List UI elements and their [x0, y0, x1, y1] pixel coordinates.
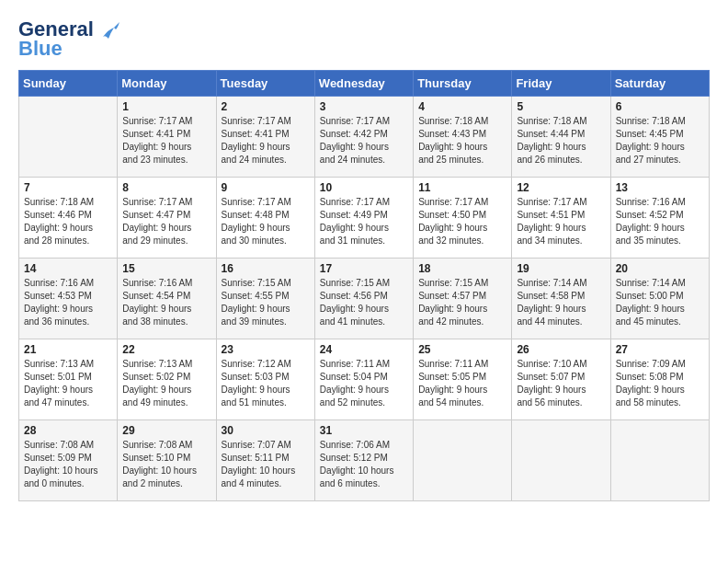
logo: General Blue: [18, 18, 121, 59]
day-info: Sunrise: 7:17 AM Sunset: 4:51 PM Dayligh…: [517, 196, 605, 247]
day-cell: 19Sunrise: 7:14 AM Sunset: 4:58 PM Dayli…: [512, 259, 610, 339]
day-cell: 12Sunrise: 7:17 AM Sunset: 4:51 PM Dayli…: [512, 178, 610, 259]
day-number: 30: [222, 424, 310, 437]
day-info: Sunrise: 7:17 AM Sunset: 4:49 PM Dayligh…: [320, 196, 408, 247]
day-cell: 13Sunrise: 7:16 AM Sunset: 4:52 PM Dayli…: [610, 178, 709, 259]
day-cell: 24Sunrise: 7:11 AM Sunset: 5:04 PM Dayli…: [314, 339, 413, 420]
day-number: 1: [122, 100, 210, 113]
day-number: 24: [320, 343, 408, 356]
day-info: Sunrise: 7:17 AM Sunset: 4:41 PM Dayligh…: [122, 115, 210, 167]
day-info: Sunrise: 7:07 AM Sunset: 5:11 PM Dayligh…: [222, 439, 310, 490]
day-cell: 28Sunrise: 7:08 AM Sunset: 5:09 PM Dayli…: [19, 420, 118, 501]
week-row-2: 7Sunrise: 7:18 AM Sunset: 4:46 PM Daylig…: [19, 178, 710, 259]
calendar-header-row: SundayMondayTuesdayWednesdayThursdayFrid…: [19, 71, 710, 97]
day-number: 23: [222, 343, 310, 356]
day-cell: [610, 420, 709, 501]
day-cell: [19, 97, 118, 178]
day-number: 2: [222, 100, 310, 113]
day-number: 12: [517, 181, 605, 194]
day-info: Sunrise: 7:11 AM Sunset: 5:05 PM Dayligh…: [418, 358, 506, 409]
day-cell: [512, 420, 610, 501]
day-info: Sunrise: 7:16 AM Sunset: 4:54 PM Dayligh…: [122, 277, 210, 328]
calendar-body: 1Sunrise: 7:17 AM Sunset: 4:41 PM Daylig…: [19, 97, 710, 501]
day-cell: 18Sunrise: 7:15 AM Sunset: 4:57 PM Dayli…: [414, 259, 512, 339]
header-cell-wednesday: Wednesday: [314, 71, 413, 97]
day-cell: 9Sunrise: 7:17 AM Sunset: 4:48 PM Daylig…: [216, 178, 314, 259]
week-row-1: 1Sunrise: 7:17 AM Sunset: 4:41 PM Daylig…: [19, 97, 710, 178]
day-number: 17: [320, 262, 408, 275]
day-info: Sunrise: 7:18 AM Sunset: 4:44 PM Dayligh…: [517, 115, 605, 167]
day-cell: 6Sunrise: 7:18 AM Sunset: 4:45 PM Daylig…: [610, 97, 709, 178]
day-cell: 8Sunrise: 7:17 AM Sunset: 4:47 PM Daylig…: [118, 178, 216, 259]
day-cell: 16Sunrise: 7:15 AM Sunset: 4:55 PM Dayli…: [216, 259, 314, 339]
day-cell: 14Sunrise: 7:16 AM Sunset: 4:53 PM Dayli…: [19, 259, 118, 339]
day-number: 15: [122, 262, 210, 275]
day-number: 29: [122, 424, 210, 437]
day-info: Sunrise: 7:15 AM Sunset: 4:55 PM Dayligh…: [222, 277, 310, 328]
header-cell-tuesday: Tuesday: [216, 71, 314, 97]
day-number: 31: [320, 424, 408, 437]
day-info: Sunrise: 7:08 AM Sunset: 5:09 PM Dayligh…: [24, 439, 112, 490]
day-number: 4: [418, 100, 506, 113]
day-number: 6: [616, 100, 704, 113]
day-info: Sunrise: 7:14 AM Sunset: 4:58 PM Dayligh…: [517, 277, 605, 328]
day-number: 9: [222, 181, 310, 194]
day-info: Sunrise: 7:11 AM Sunset: 5:04 PM Dayligh…: [320, 358, 408, 409]
day-cell: 1Sunrise: 7:17 AM Sunset: 4:41 PM Daylig…: [118, 97, 216, 178]
day-cell: 30Sunrise: 7:07 AM Sunset: 5:11 PM Dayli…: [216, 420, 314, 501]
day-info: Sunrise: 7:15 AM Sunset: 4:57 PM Dayligh…: [418, 277, 506, 328]
header-cell-thursday: Thursday: [414, 71, 512, 97]
day-number: 7: [24, 181, 112, 194]
header-cell-monday: Monday: [118, 71, 216, 97]
day-info: Sunrise: 7:17 AM Sunset: 4:48 PM Dayligh…: [222, 196, 310, 247]
day-number: 26: [517, 343, 605, 356]
day-cell: 20Sunrise: 7:14 AM Sunset: 5:00 PM Dayli…: [610, 259, 709, 339]
day-cell: 5Sunrise: 7:18 AM Sunset: 4:44 PM Daylig…: [512, 97, 610, 178]
day-number: 19: [517, 262, 605, 275]
day-cell: 15Sunrise: 7:16 AM Sunset: 4:54 PM Dayli…: [118, 259, 216, 339]
day-number: 21: [24, 343, 112, 356]
day-info: Sunrise: 7:14 AM Sunset: 5:00 PM Dayligh…: [616, 277, 704, 328]
day-cell: 26Sunrise: 7:10 AM Sunset: 5:07 PM Dayli…: [512, 339, 610, 420]
day-number: 22: [122, 343, 210, 356]
header-cell-friday: Friday: [512, 71, 610, 97]
week-row-4: 21Sunrise: 7:13 AM Sunset: 5:01 PM Dayli…: [19, 339, 710, 420]
day-info: Sunrise: 7:12 AM Sunset: 5:03 PM Dayligh…: [222, 358, 310, 409]
day-info: Sunrise: 7:06 AM Sunset: 5:12 PM Dayligh…: [320, 439, 408, 490]
day-info: Sunrise: 7:17 AM Sunset: 4:41 PM Dayligh…: [222, 115, 310, 167]
header: General Blue: [18, 18, 710, 59]
day-number: 10: [320, 181, 408, 194]
day-cell: 2Sunrise: 7:17 AM Sunset: 4:41 PM Daylig…: [216, 97, 314, 178]
day-info: Sunrise: 7:13 AM Sunset: 5:01 PM Dayligh…: [24, 358, 112, 409]
day-cell: 22Sunrise: 7:13 AM Sunset: 5:02 PM Dayli…: [118, 339, 216, 420]
day-cell: 7Sunrise: 7:18 AM Sunset: 4:46 PM Daylig…: [19, 178, 118, 259]
day-info: Sunrise: 7:09 AM Sunset: 5:08 PM Dayligh…: [616, 358, 704, 409]
week-row-5: 28Sunrise: 7:08 AM Sunset: 5:09 PM Dayli…: [19, 420, 710, 501]
day-cell: 21Sunrise: 7:13 AM Sunset: 5:01 PM Dayli…: [19, 339, 118, 420]
day-cell: 23Sunrise: 7:12 AM Sunset: 5:03 PM Dayli…: [216, 339, 314, 420]
day-info: Sunrise: 7:16 AM Sunset: 4:53 PM Dayligh…: [24, 277, 112, 328]
day-cell: 29Sunrise: 7:08 AM Sunset: 5:10 PM Dayli…: [118, 420, 216, 501]
header-cell-saturday: Saturday: [610, 71, 709, 97]
logo-bird-icon: [101, 20, 121, 40]
day-number: 18: [418, 262, 506, 275]
week-row-3: 14Sunrise: 7:16 AM Sunset: 4:53 PM Dayli…: [19, 259, 710, 339]
day-cell: 10Sunrise: 7:17 AM Sunset: 4:49 PM Dayli…: [314, 178, 413, 259]
day-number: 3: [320, 100, 408, 113]
day-info: Sunrise: 7:15 AM Sunset: 4:56 PM Dayligh…: [320, 277, 408, 328]
day-cell: 25Sunrise: 7:11 AM Sunset: 5:05 PM Dayli…: [414, 339, 512, 420]
calendar-table: SundayMondayTuesdayWednesdayThursdayFrid…: [18, 70, 710, 501]
day-number: 8: [122, 181, 210, 194]
day-number: 28: [24, 424, 112, 437]
day-info: Sunrise: 7:08 AM Sunset: 5:10 PM Dayligh…: [122, 439, 210, 490]
day-info: Sunrise: 7:16 AM Sunset: 4:52 PM Dayligh…: [616, 196, 704, 247]
logo-blue-text: Blue: [18, 39, 121, 59]
day-number: 16: [222, 262, 310, 275]
day-cell: 27Sunrise: 7:09 AM Sunset: 5:08 PM Dayli…: [610, 339, 709, 420]
day-number: 20: [616, 262, 704, 275]
day-cell: 17Sunrise: 7:15 AM Sunset: 4:56 PM Dayli…: [314, 259, 413, 339]
header-cell-sunday: Sunday: [19, 71, 118, 97]
day-cell: [414, 420, 512, 501]
day-number: 13: [616, 181, 704, 194]
day-info: Sunrise: 7:13 AM Sunset: 5:02 PM Dayligh…: [122, 358, 210, 409]
